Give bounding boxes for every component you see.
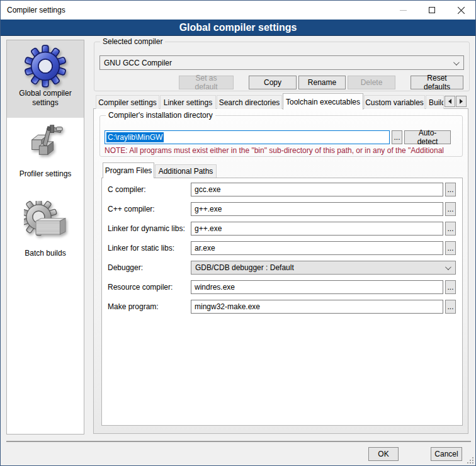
tab-scroll-left-button[interactable] [445,96,455,107]
reset-defaults-button[interactable]: Reset defaults [411,76,463,89]
install-dir-note: NOTE: All programs must exist either in … [105,146,471,156]
subtab-additional-paths[interactable]: Additional Paths [155,164,217,178]
tab-search-directories[interactable]: Search directories [217,95,282,109]
field-label-resource-compiler: Resource compiler: [108,280,173,294]
cancel-button[interactable]: Cancel [431,447,462,461]
field-label-debugger: Debugger: [108,261,143,275]
settings-category-list: Global compiler settings [6,40,84,435]
tab-label: Custom variables [365,98,424,107]
tab-scroll-right-button[interactable] [456,96,467,107]
copy-button[interactable]: Copy [249,76,297,89]
tab-custom-variables[interactable]: Build [426,95,444,109]
delete-button: Delete [348,76,395,89]
cpp-compiler-browse-button[interactable]: ... [445,202,456,216]
debugger-select[interactable]: GDB/CDB debugger : Default [191,261,456,275]
linker-dynamic-browse-button[interactable]: ... [445,222,456,236]
subtab-program-files[interactable]: Program Files [103,162,154,178]
arrow-right-icon [460,99,463,104]
tab-build-truncated[interactable]: Custom variables [364,95,425,109]
compiler-select-value: GNU GCC Compiler [104,59,172,67]
blue-gear-icon [24,45,67,88]
sidebar-item-label: Profiler settings [13,169,78,179]
tab-linker-settings[interactable]: Linker settings [160,95,216,109]
banner-title: Global compiler settings [179,22,297,33]
sidebar-item-global-compiler-settings[interactable]: Global compiler settings [7,40,84,118]
linker-static-input[interactable] [191,241,443,255]
gear-stack-icon [24,201,67,242]
field-label-make-program: Make program: [108,300,159,314]
minimize-button [388,1,417,20]
field-label-c-compiler: C compiler: [108,183,146,196]
set-as-default-button: Set as default [179,76,234,89]
c-compiler-browse-button[interactable]: ... [445,183,456,196]
dialog-banner: Global compiler settings [1,20,475,36]
sidebar-item-label: Global compiler settings [13,89,78,108]
group-label: Selected compiler [100,37,165,46]
cpp-compiler-input[interactable] [191,202,443,216]
caption-buttons [388,1,475,20]
footer-separator [6,441,471,442]
c-compiler-input[interactable] [191,183,443,196]
tab-toolchain-executables[interactable]: Toolchain executables [283,93,363,110]
resize-grip[interactable] [467,457,473,463]
close-icon [457,6,465,14]
group-label: Compiler's installation directory [106,111,215,120]
auto-detect-button[interactable]: Auto-detect [404,130,451,144]
window-title: Compiler settings [1,6,65,14]
sidebar-item-profiler-settings[interactable]: Profiler settings [7,118,84,201]
sidebar-item-batch-builds[interactable]: Batch builds [7,201,84,295]
tab-compiler-settings[interactable]: Compiler settings [96,95,159,109]
linker-static-browse-button[interactable]: ... [445,241,456,255]
field-label-cpp-compiler: C++ compiler: [108,202,155,216]
make-program-browse-button[interactable]: ... [445,300,456,314]
ok-button[interactable]: OK [368,447,399,461]
chevron-down-icon [453,59,460,65]
close-button[interactable] [446,1,475,20]
maximize-button[interactable] [417,1,446,20]
linker-dynamic-input[interactable] [191,222,443,236]
resource-compiler-browse-button[interactable]: ... [445,280,456,294]
tab-label: Build [429,98,444,107]
field-label-linker-dynamic: Linker for dynamic libs: [108,222,185,236]
field-label-linker-static: Linker for static libs: [108,241,174,255]
maximize-icon [429,7,435,13]
resource-compiler-input[interactable] [191,280,443,294]
minimize-icon [400,10,407,11]
arrow-left-icon [448,99,451,104]
caliper-icon [26,122,65,161]
make-program-input[interactable] [191,300,443,314]
compiler-select[interactable]: GNU GCC Compiler [99,55,464,70]
install-dir-input[interactable]: C:\raylib\MinGW [105,130,390,144]
install-dir-browse-button[interactable]: ... [392,130,402,144]
debugger-select-value: GDB/CDB debugger : Default [195,263,294,272]
title-bar: Compiler settings [1,1,475,20]
chevron-down-icon [445,264,451,270]
rename-button[interactable]: Rename [298,76,346,89]
compiler-settings-window: Compiler settings Global compiler settin… [0,0,476,466]
sidebar-item-label: Batch builds [13,249,78,258]
install-dir-selected-text: C:\raylib\MinGW [106,132,164,142]
